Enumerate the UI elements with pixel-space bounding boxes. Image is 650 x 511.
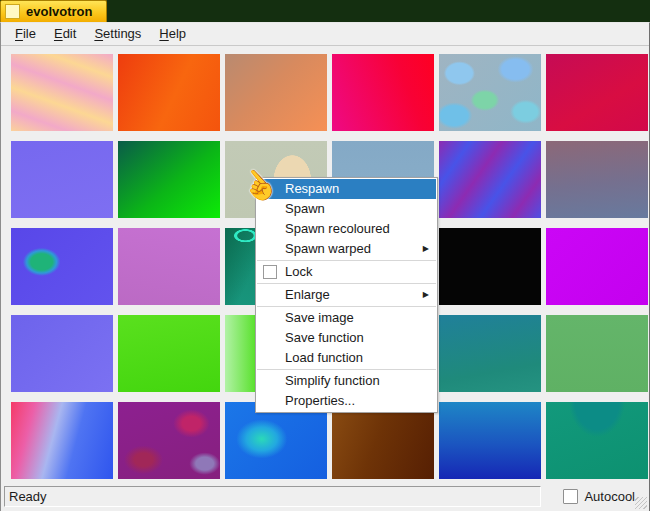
thumbnail-r2c2-dark-to-bright-green-gradient[interactable]: [118, 141, 220, 218]
thumbnail-r3c5-black[interactable]: [439, 228, 541, 305]
menubar-item-help[interactable]: Help: [150, 24, 195, 44]
thumbnail-r1c3-tan-salmon-gradient[interactable]: [225, 54, 327, 131]
thumbnail-r2c6-mauve-slate-gradient[interactable]: [546, 141, 648, 218]
menu-item-label: Lock: [285, 264, 312, 279]
menu-item-save-image[interactable]: Save image: [257, 308, 436, 328]
thumbnail-r3c2-orchid-gradient[interactable]: [118, 228, 220, 305]
thumbnail-r1c4-magenta-red-gradient[interactable]: [332, 54, 434, 131]
window-icon: [5, 4, 20, 19]
menubar-item-mnemonic: H: [159, 26, 168, 41]
menu-item-spawn[interactable]: Spawn: [257, 199, 436, 219]
menubar-item-settings[interactable]: Settings: [85, 24, 150, 44]
window-title-tab[interactable]: evolvotron: [0, 0, 107, 22]
thumbnail-r1c6-crimson-gradient[interactable]: [546, 54, 648, 131]
menu-item-spawn-recoloured[interactable]: Spawn recoloured: [257, 219, 436, 239]
thumbnail-r5c1-pink-to-blue-swirl[interactable]: [11, 402, 113, 479]
menubar-item-label: elp: [169, 26, 186, 41]
lock-checkbox[interactable]: [263, 265, 277, 279]
menu-separator: [257, 306, 436, 307]
menu-item-label: Enlarge: [285, 287, 330, 302]
menu-item-lock[interactable]: Lock: [257, 262, 436, 282]
menu-item-label: Spawn recoloured: [285, 221, 390, 236]
thumbnail-r5c6-emerald-with-teal-dome[interactable]: [546, 402, 648, 479]
submenu-arrow-icon: ▶: [423, 239, 429, 259]
menubar-item-label: ile: [23, 26, 36, 41]
context-menu: RespawnSpawnSpawn recolouredSpawn warped…: [255, 177, 438, 413]
menu-item-simplify-function[interactable]: Simplify function: [257, 371, 436, 391]
menu-item-label: Spawn: [285, 201, 325, 216]
thumbnail-r5c3-blue-with-cyan-glow[interactable]: [225, 402, 327, 479]
thumbnail-r5c5-sky-to-deep-blue-gradient[interactable]: [439, 402, 541, 479]
thumbnail-r3c6-bright-magenta[interactable]: [546, 228, 648, 305]
menubar-item-mnemonic: S: [94, 26, 103, 41]
menu-item-properties[interactable]: Properties...: [257, 391, 436, 411]
statusbar: Ready Autocool: [1, 482, 649, 511]
thumbnail-r1c2-orange-red-gradient[interactable]: [118, 54, 220, 131]
thumbnail-r2c5-blue-purple-diagonal-stripes[interactable]: [439, 141, 541, 218]
autocool-checkbox[interactable]: [563, 489, 578, 504]
menu-item-label: Respawn: [285, 181, 339, 196]
thumbnail-r1c5-blue-green-mottled-pattern[interactable]: [439, 54, 541, 131]
thumbnail-r5c4-brown-gradient[interactable]: [332, 402, 434, 479]
thumbnail-r4c5-teal-gradient[interactable]: [439, 315, 541, 392]
thumbnail-r3c1-blue-violet-with-green-blob[interactable]: [11, 228, 113, 305]
menubar-item-label: ettings: [103, 26, 141, 41]
menubar-item-edit[interactable]: Edit: [45, 24, 85, 44]
menubar-item-mnemonic: F: [15, 26, 23, 41]
menu-item-label: Save function: [285, 330, 364, 345]
menu-item-load-function[interactable]: Load function: [257, 348, 436, 368]
submenu-arrow-icon: ▶: [423, 285, 429, 305]
menu-item-label: Spawn warped: [285, 241, 371, 256]
thumbnail-r4c2-chartreuse-green[interactable]: [118, 315, 220, 392]
menubar: FileEditSettingsHelp: [1, 23, 649, 46]
menu-separator: [257, 260, 436, 261]
menubar-item-file[interactable]: File: [6, 24, 45, 44]
menu-separator: [257, 283, 436, 284]
desktop-background: evolvotron: [0, 0, 650, 22]
resize-grip[interactable]: [635, 497, 647, 509]
autocool-control[interactable]: Autocool: [563, 489, 635, 504]
menubar-item-label: dit: [63, 26, 77, 41]
menu-item-label: Save image: [285, 310, 354, 325]
status-message-panel: Ready: [4, 486, 541, 507]
menu-item-enlarge[interactable]: Enlarge▶: [257, 285, 436, 305]
evolvotron-window: evolvotron FileEditSettingsHelp Ready Au…: [0, 0, 650, 511]
menu-separator: [257, 369, 436, 370]
menu-item-spawn-warped[interactable]: Spawn warped▶: [257, 239, 436, 259]
status-message: Ready: [9, 489, 47, 504]
menubar-item-mnemonic: E: [54, 26, 63, 41]
autocool-label: Autocool: [584, 489, 635, 504]
thumbnail-r5c2-purple-magenta-mottled[interactable]: [118, 402, 220, 479]
thumbnail-r1c1-peach-pink-diagonal-stripes[interactable]: [11, 54, 113, 131]
thumbnail-r4c6-medium-green[interactable]: [546, 315, 648, 392]
menu-item-label: Load function: [285, 350, 363, 365]
thumbnail-r2c1-periwinkle-violet[interactable]: [11, 141, 113, 218]
menu-item-respawn[interactable]: Respawn: [257, 179, 436, 199]
menu-item-label: Properties...: [285, 393, 355, 408]
menu-item-save-function[interactable]: Save function: [257, 328, 436, 348]
thumbnail-r4c1-periwinkle-blue[interactable]: [11, 315, 113, 392]
menu-item-label: Simplify function: [285, 373, 380, 388]
window-title: evolvotron: [26, 4, 92, 19]
